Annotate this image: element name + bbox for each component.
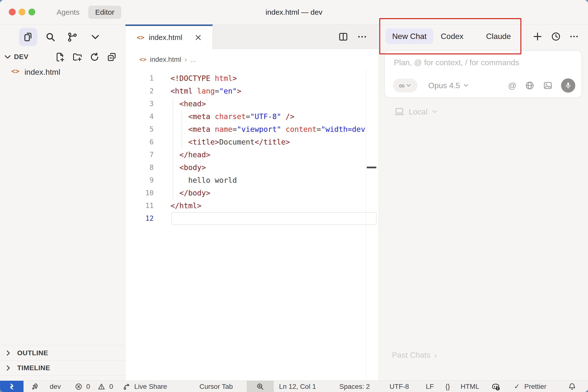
code-line[interactable]: 3 <head> [126,98,366,110]
tab-label: index.html [149,33,182,42]
file-item-index-html[interactable]: <> index.html [0,66,125,80]
plus-icon[interactable] [532,31,543,42]
minimap-divider [366,70,366,380]
ellipsis-icon[interactable] [357,31,368,42]
search-icon[interactable] [45,31,56,43]
line-number: 8 [126,161,154,174]
model-selector[interactable]: Opus 4.5 [428,81,469,90]
code-line[interactable]: 6 <title>Document</title> [126,136,366,148]
laptop-icon [394,107,405,116]
code-line[interactable]: 11</html> [126,200,366,212]
chat-controls-right: @ [508,78,575,92]
code-text: <!DOCTYPE html> [170,72,237,85]
error-count[interactable]: 0 [86,381,90,392]
code-line[interactable]: 7 </head> [126,148,366,161]
code-text: <title>Document</title> [170,136,290,148]
code-text: </head> [170,148,210,161]
indentation[interactable]: Spaces: 2 [339,381,370,392]
code-line[interactable]: 5 <meta name="viewport" content="width=d… [126,123,366,136]
chevron-down-icon [406,84,411,88]
cursor-tab-label[interactable]: Cursor Tab [200,381,233,392]
braces-icon[interactable]: {} [446,381,450,392]
code-line[interactable]: 1<!DOCTYPE html> [126,72,366,85]
live-share-label[interactable]: Live Share [134,381,167,392]
image-icon[interactable] [543,80,553,90]
encoding[interactable]: UTF-8 [390,381,409,392]
ellipsis-icon[interactable] [569,31,579,42]
line-number: 10 [126,187,154,200]
files-icon[interactable] [22,31,34,43]
sidebar-bottom-panels: OUTLINE TIMELINE [0,345,125,376]
past-chats-link[interactable]: Past Chats › [392,350,437,360]
code-lines: 1<!DOCTYPE html>2<html lang="en">3 <head… [126,72,366,225]
chevron-down-icon[interactable] [90,34,100,41]
mode-selector[interactable]: ∞ [393,79,418,92]
check-icon: ✓ [514,381,520,392]
formatter-label[interactable]: Prettier [524,381,546,392]
chevron-down-icon [463,84,469,88]
explorer-section-header[interactable]: DEV [0,50,125,65]
warning-icon[interactable] [98,383,105,390]
breadcrumb-file[interactable]: index.html [150,56,181,64]
new-folder-icon[interactable] [72,52,82,62]
panel-title: TIMELINE [17,364,50,372]
code-line[interactable]: 12 [126,212,366,225]
code-line[interactable]: 9 hello world [126,174,366,187]
code-text: </html> [170,200,202,212]
editor-tab-strip: <> index.html [126,24,378,49]
code-line[interactable]: 8 <body> [126,161,366,174]
code-line[interactable]: 10 </body> [126,187,366,200]
chat-controls: ∞ Opus 4.5 @ [393,78,575,92]
rocket-icon[interactable] [31,382,39,391]
activity-bar [0,24,125,50]
language-mode[interactable]: HTML [460,381,479,392]
error-icon[interactable] [75,383,82,390]
breadcrumb-separator: › [185,56,187,64]
line-number: 5 [126,123,154,136]
source-control-icon[interactable] [67,31,78,43]
copilot-alert-icon[interactable] [491,382,500,391]
code-text: hello world [170,174,237,187]
split-editor-icon[interactable] [338,31,349,42]
new-file-icon[interactable] [55,52,66,62]
timeline-panel-header[interactable]: TIMELINE [0,360,125,376]
editor-tab-index-html[interactable]: <> index.html [126,24,213,49]
explorer-sidebar: DEV <> index.html OUTLINE [0,24,126,380]
context-selector[interactable]: Local [394,107,438,116]
html-file-icon: <> [140,56,146,63]
live-share-icon[interactable] [122,382,131,391]
outline-panel-header[interactable]: OUTLINE [0,345,125,360]
globe-icon[interactable] [525,80,534,90]
warning-count[interactable]: 0 [109,381,113,392]
remote-icon [8,382,16,391]
editor-group: <> index.html <> index.html › ... 1<!DOC… [126,24,378,380]
refresh-icon[interactable] [90,52,100,62]
annotation-highlight-box [379,18,521,54]
history-icon[interactable] [551,31,561,42]
eol-sequence[interactable]: LF [426,381,434,392]
line-number: 11 [126,200,154,212]
branch-label[interactable]: dev [50,381,61,392]
chat-controls-left: ∞ Opus 4.5 [393,79,469,92]
past-chats-label: Past Chats [392,350,430,360]
bell-icon[interactable] [568,382,576,391]
breadcrumb[interactable]: <> index.html › ... [126,49,378,70]
collapse-all-icon[interactable] [106,52,117,62]
zoom-indicator[interactable] [247,381,274,392]
cursor-position[interactable]: Ln 12, Col 1 [279,381,316,392]
html-file-icon: <> [137,34,144,41]
at-icon[interactable]: @ [508,81,516,90]
chevron-right-icon [5,349,11,357]
code-line[interactable]: 4 <meta charset="UTF-8" /> [126,110,366,123]
app-window: Agents Editor index.html — dev DEV [0,0,588,392]
breadcrumb-more[interactable]: ... [190,56,196,64]
code-editor[interactable]: 1<!DOCTYPE html>2<html lang="en">3 <head… [126,70,378,380]
remote-indicator[interactable] [0,381,24,392]
mic-button[interactable] [561,78,575,92]
code-line[interactable]: 2<html lang="en"> [126,85,366,98]
close-icon[interactable] [194,33,202,42]
line-number: 2 [126,85,154,98]
code-text: <head> [170,98,206,110]
chat-input[interactable]: Plan, @ for context, / for commands [394,58,519,67]
panel-title: OUTLINE [17,349,48,357]
